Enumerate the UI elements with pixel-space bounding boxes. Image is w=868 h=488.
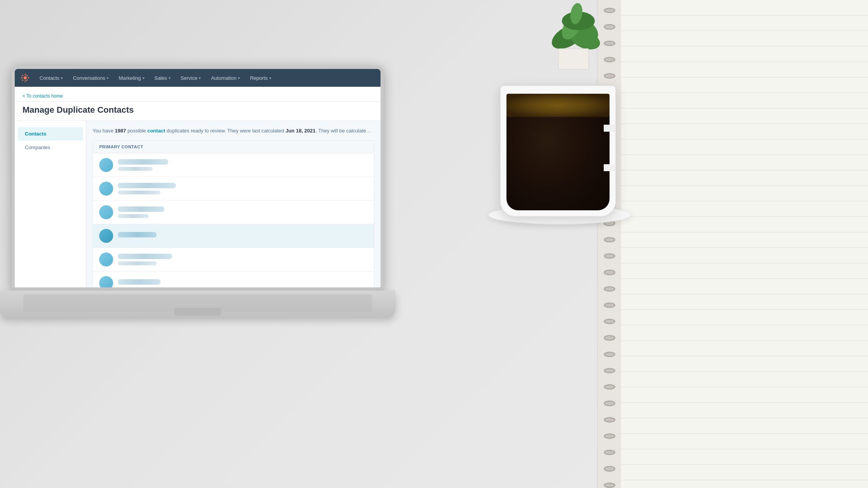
spiral-ring xyxy=(604,450,615,455)
page-content: To contacts home Manage Duplicate Contac… xyxy=(15,87,381,287)
duplicates-table: PRIMARY CONTACT xyxy=(93,140,374,288)
svg-rect-8 xyxy=(26,75,28,77)
main-layout: Contacts Companies You have 1987 possibl… xyxy=(15,121,381,287)
contact-email-placeholder xyxy=(118,214,149,218)
notebook-lines xyxy=(621,0,868,488)
info-text: You have 1987 possible contact duplicate… xyxy=(93,127,374,135)
chevron-down-icon: ▾ xyxy=(199,76,201,80)
contact-avatar xyxy=(99,229,113,243)
spiral-ring xyxy=(604,335,615,340)
svg-rect-1 xyxy=(25,74,26,76)
spiral-ring xyxy=(604,319,615,324)
top-navigation: Contacts ▾ Conversations ▾ Marketing ▾ S… xyxy=(15,69,381,87)
contact-info xyxy=(118,183,368,194)
sidebar-item-companies[interactable]: Companies xyxy=(18,141,83,154)
table-row[interactable] xyxy=(93,153,374,177)
nav-reports[interactable]: Reports ▾ xyxy=(246,73,275,83)
spiral-ring xyxy=(604,368,615,373)
chevron-down-icon: ▾ xyxy=(143,76,145,80)
coffee-foam xyxy=(506,94,610,117)
contact-email-placeholder xyxy=(118,261,157,265)
contact-avatar xyxy=(99,253,113,266)
chevron-down-icon: ▾ xyxy=(238,76,240,80)
contact-avatar xyxy=(99,276,113,288)
svg-rect-6 xyxy=(26,79,28,81)
contact-avatar xyxy=(99,158,113,172)
table-row[interactable] xyxy=(93,201,374,224)
spiral-ring xyxy=(604,384,615,390)
nav-automation[interactable]: Automation ▾ xyxy=(207,73,244,83)
contact-name-placeholder xyxy=(118,232,157,237)
svg-rect-3 xyxy=(21,77,23,78)
contact-info xyxy=(118,279,368,287)
plant-decoration xyxy=(519,0,628,70)
svg-point-0 xyxy=(24,76,27,79)
contact-info xyxy=(118,206,368,218)
contact-name-placeholder xyxy=(118,183,176,188)
sidebar: Contacts Companies xyxy=(15,121,86,287)
laptop-screen: Contacts ▾ Conversations ▾ Marketing ▾ S… xyxy=(12,66,384,290)
hubspot-logo xyxy=(21,74,29,82)
laptop: Contacts ▾ Conversations ▾ Marketing ▾ S… xyxy=(12,66,384,318)
laptop-base xyxy=(0,290,395,318)
nav-sales[interactable]: Sales ▾ xyxy=(151,73,175,83)
svg-rect-2 xyxy=(25,80,26,82)
svg-rect-5 xyxy=(22,75,24,77)
coffee-handle xyxy=(604,125,616,171)
contact-name-placeholder xyxy=(118,159,168,165)
table-row[interactable] xyxy=(93,177,374,201)
table-row[interactable] xyxy=(93,248,374,271)
spiral-ring xyxy=(604,433,615,439)
svg-rect-4 xyxy=(28,77,29,78)
spiral-ring xyxy=(604,286,615,292)
contact-avatar xyxy=(99,182,113,196)
spiral-ring xyxy=(604,400,615,406)
spiral-ring xyxy=(604,302,615,308)
contact-email-placeholder xyxy=(118,167,153,171)
contact-avatar xyxy=(99,205,113,219)
spiral-ring xyxy=(604,352,615,357)
nav-conversations[interactable]: Conversations ▾ xyxy=(69,73,112,83)
nav-contacts[interactable]: Contacts ▾ xyxy=(36,73,67,83)
contact-name-placeholder xyxy=(118,279,160,285)
browser-window: Contacts ▾ Conversations ▾ Marketing ▾ S… xyxy=(15,69,381,287)
breadcrumb-bar: To contacts home xyxy=(15,87,381,102)
spiral-ring xyxy=(604,483,615,488)
chevron-down-icon: ▾ xyxy=(269,76,271,80)
chevron-down-icon: ▾ xyxy=(169,76,170,80)
plant-pot xyxy=(558,48,589,70)
contact-info xyxy=(118,254,368,265)
coffee-cup-decoration xyxy=(488,70,643,271)
spiral-ring xyxy=(604,417,615,423)
table-row[interactable] xyxy=(93,224,374,248)
coffee-cup xyxy=(500,85,616,217)
laptop-trackpad xyxy=(174,308,221,316)
breadcrumb-link[interactable]: To contacts home xyxy=(22,93,63,99)
content-area: You have 1987 possible contact duplicate… xyxy=(86,121,381,287)
nav-service[interactable]: Service ▾ xyxy=(177,73,205,83)
contact-info xyxy=(118,159,368,171)
page-title: Manage Duplicate Contacts xyxy=(15,102,381,121)
chevron-down-icon: ▾ xyxy=(61,76,63,80)
table-header-primary-contact: PRIMARY CONTACT xyxy=(93,141,374,153)
contact-name-placeholder xyxy=(118,254,172,259)
chevron-down-icon: ▾ xyxy=(107,76,108,80)
svg-rect-7 xyxy=(22,79,24,81)
contact-email-placeholder xyxy=(118,191,160,194)
contact-info xyxy=(118,232,368,240)
contact-name-placeholder xyxy=(118,206,164,212)
table-row[interactable] xyxy=(93,271,374,288)
nav-marketing[interactable]: Marketing ▾ xyxy=(115,73,148,83)
spiral-ring xyxy=(604,466,615,471)
sidebar-item-contacts[interactable]: Contacts xyxy=(18,127,83,141)
